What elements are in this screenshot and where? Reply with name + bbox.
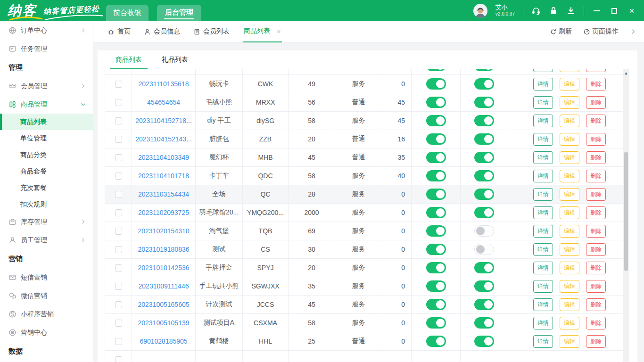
row-checkbox[interactable] [115, 99, 122, 106]
visible-toggle[interactable] [474, 225, 494, 237]
detail-button[interactable]: 详情 [533, 225, 553, 238]
delete-button[interactable]: 删除 [586, 280, 606, 293]
product-number-link[interactable] [132, 351, 196, 362]
chevron-right-icon[interactable] [630, 28, 636, 35]
visible-toggle[interactable] [474, 78, 494, 90]
product-number-link[interactable]: 20231005105139 [132, 314, 196, 332]
sidebar-item[interactable]: 订单中心 [0, 21, 93, 40]
page-operations-button[interactable]: 页面操作 [583, 27, 619, 36]
tab-product-list[interactable]: 商品列表 × [243, 21, 282, 42]
delete-button[interactable]: 删除 [586, 335, 606, 348]
visible-toggle[interactable] [474, 133, 494, 145]
visible-toggle[interactable] [474, 262, 494, 273]
product-number-link[interactable]: 20231005165605 [132, 296, 196, 313]
status-toggle[interactable] [426, 317, 446, 329]
detail-button[interactable]: 详情 [533, 96, 553, 109]
sidebar-subitem[interactable]: 充次套餐 [0, 180, 93, 196]
detail-button[interactable]: 详情 [533, 69, 553, 72]
detail-button[interactable]: 详情 [533, 78, 553, 90]
edit-button[interactable]: 编辑 [560, 243, 579, 256]
delete-button[interactable]: 删除 [586, 78, 606, 90]
visible-toggle[interactable] [474, 97, 494, 108]
sidebar-item[interactable]: 小程序营销 [0, 305, 93, 323]
table-scrollbar[interactable]: ▲ [623, 69, 629, 362]
delete-button[interactable]: 删除 [586, 317, 606, 329]
row-checkbox[interactable] [115, 283, 122, 290]
visible-toggle[interactable] [474, 317, 494, 329]
row-checkbox[interactable] [115, 209, 122, 216]
sidebar-item[interactable]: 库存管理 [0, 213, 93, 231]
scrollbar-up-arrow[interactable]: ▲ [623, 70, 629, 76]
status-toggle[interactable] [426, 262, 446, 273]
status-toggle[interactable] [426, 280, 446, 292]
tab-member-list[interactable]: 会员列表 [193, 21, 230, 42]
detail-button[interactable]: 详情 [533, 206, 553, 219]
delete-button[interactable]: 删除 [586, 96, 606, 109]
tab-gift-list[interactable]: 礼品列表 [156, 50, 194, 69]
edit-button[interactable]: 编辑 [560, 280, 579, 293]
close-tab-icon[interactable]: × [277, 27, 281, 35]
sidebar-subitem[interactable]: 商品列表 [0, 114, 93, 130]
visible-toggle[interactable] [474, 69, 494, 71]
row-checkbox[interactable] [115, 301, 122, 308]
edit-button[interactable]: 编辑 [560, 188, 579, 201]
status-toggle[interactable] [426, 336, 446, 347]
row-checkbox[interactable] [115, 117, 122, 124]
edit-button[interactable]: 编辑 [560, 96, 579, 109]
sidebar-item[interactable]: 会员管理 [0, 77, 93, 95]
visible-toggle[interactable] [474, 115, 494, 126]
delete-button[interactable]: 删除 [586, 188, 606, 201]
detail-button[interactable]: 详情 [533, 151, 553, 164]
sidebar-subitem[interactable]: 商品分类 [0, 147, 93, 163]
edit-button[interactable]: 编辑 [560, 225, 579, 238]
status-toggle[interactable] [426, 133, 446, 145]
edit-button[interactable]: 编辑 [560, 298, 579, 311]
status-toggle[interactable] [426, 152, 446, 163]
visible-toggle[interactable] [474, 152, 494, 163]
row-checkbox[interactable] [115, 136, 122, 143]
delete-button[interactable]: 删除 [586, 115, 606, 127]
tab-home[interactable]: 首页 [107, 21, 131, 42]
row-checkbox[interactable] [115, 191, 122, 198]
product-number-link[interactable]: 454654654 [132, 93, 196, 111]
row-checkbox[interactable] [115, 154, 122, 161]
sidebar-subitem[interactable]: 单位管理 [0, 130, 93, 147]
detail-button[interactable]: 详情 [533, 115, 553, 127]
nav-tab-backend-admin[interactable]: 后台管理 [157, 5, 201, 21]
detail-button[interactable]: 详情 [533, 133, 553, 146]
edit-button[interactable]: 编辑 [560, 115, 579, 127]
detail-button[interactable]: 详情 [533, 188, 553, 201]
status-toggle[interactable] [426, 170, 446, 181]
status-toggle[interactable] [426, 207, 446, 218]
visible-toggle[interactable] [474, 170, 494, 181]
product-number-link[interactable]: 20231009111446 [132, 277, 196, 295]
sidebar-item[interactable]: 营销中心 [0, 323, 93, 342]
detail-button[interactable]: 详情 [533, 280, 553, 293]
visible-toggle[interactable] [474, 299, 494, 310]
status-toggle[interactable] [426, 189, 446, 200]
maximize-button[interactable] [610, 6, 619, 16]
delete-button[interactable]: 删除 [586, 298, 606, 311]
product-number-link[interactable] [132, 69, 196, 74]
product-number-link[interactable]: 20231110135618 [132, 75, 196, 93]
sidebar-subitem[interactable]: 商品套餐 [0, 163, 93, 180]
edit-button[interactable]: 编辑 [560, 133, 579, 146]
row-checkbox[interactable] [115, 246, 122, 253]
delete-button[interactable]: 删除 [586, 206, 606, 219]
delete-button[interactable]: 删除 [586, 243, 606, 256]
visible-toggle[interactable] [474, 207, 494, 218]
visible-toggle[interactable] [474, 336, 494, 347]
detail-button[interactable]: 详情 [533, 170, 553, 182]
status-toggle[interactable] [426, 97, 446, 108]
tab-member-info[interactable]: 会员信息 [144, 21, 180, 42]
status-toggle[interactable] [426, 244, 446, 255]
status-toggle[interactable] [426, 78, 446, 90]
avatar[interactable] [473, 4, 487, 18]
row-checkbox[interactable] [115, 81, 122, 88]
row-checkbox[interactable] [115, 338, 122, 345]
status-toggle[interactable] [426, 225, 446, 237]
detail-button[interactable]: 详情 [533, 243, 553, 256]
nav-tab-front-cashier[interactable]: 前台收银 [106, 5, 149, 21]
service-icon[interactable] [531, 6, 541, 16]
detail-button[interactable]: 详情 [533, 335, 553, 348]
